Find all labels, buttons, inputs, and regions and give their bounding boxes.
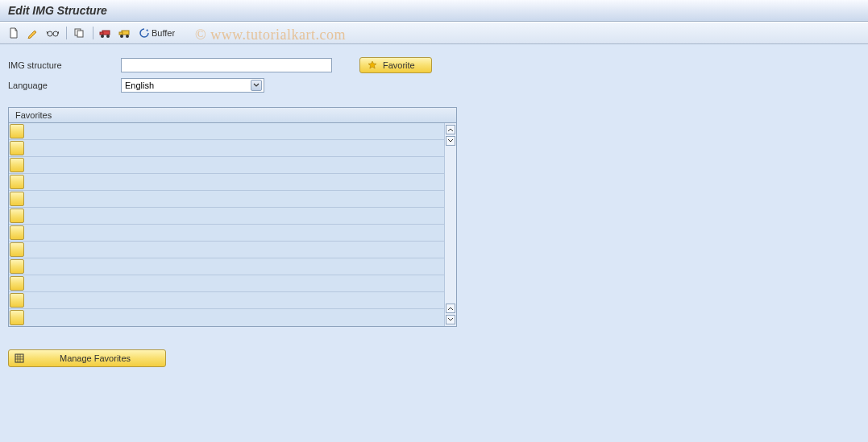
manage-favorites-icon [14, 353, 25, 364]
favorites-row-content[interactable] [24, 208, 444, 224]
display-glasses-icon[interactable] [44, 25, 61, 41]
favorites-row-button[interactable] [10, 158, 24, 172]
svg-point-7 [106, 35, 110, 38]
copy-icon[interactable] [70, 25, 88, 41]
scroll-down-icon[interactable] [446, 315, 455, 324]
favorites-row [9, 275, 444, 292]
edit-pencil-icon[interactable] [24, 25, 42, 41]
favorites-row-button[interactable] [10, 293, 24, 308]
svg-point-10 [120, 35, 123, 38]
favorites-row-button[interactable] [10, 242, 24, 257]
favorites-row-content[interactable] [24, 157, 444, 173]
favorites-list [9, 123, 444, 326]
toolbar-separator [93, 27, 93, 39]
scroll-down-icon[interactable] [446, 136, 455, 146]
favorites-row [9, 225, 444, 242]
svg-point-6 [101, 35, 104, 38]
favorites-row-content[interactable] [24, 275, 444, 291]
favorites-row-button[interactable] [10, 141, 24, 155]
buffer-label[interactable]: Buffer [152, 28, 175, 38]
transport-request-red-icon[interactable] [97, 25, 114, 41]
svg-point-0 [48, 31, 52, 36]
favorites-scrollbar [444, 123, 456, 326]
favorites-row [9, 123, 444, 140]
favorites-row-content[interactable] [24, 123, 444, 139]
img-structure-label: IMG structure [8, 60, 121, 70]
favorites-row-button[interactable] [10, 192, 24, 206]
title-bar: Edit IMG Structure [0, 0, 868, 22]
favorites-row-button[interactable] [10, 225, 24, 240]
favorites-row-button[interactable] [10, 276, 24, 291]
favorites-row [9, 208, 444, 225]
favorites-header: Favorites [9, 108, 456, 123]
favorites-row-content[interactable] [24, 174, 444, 190]
svg-rect-9 [119, 32, 123, 35]
favorites-body [9, 123, 456, 326]
toolbar-separator [66, 27, 67, 39]
manage-favorites-button[interactable]: Manage Favorites [8, 349, 166, 367]
svg-rect-5 [100, 32, 103, 35]
favorites-row [9, 292, 444, 309]
language-label: Language [8, 81, 121, 90]
favorites-row [9, 309, 444, 326]
dropdown-caret-icon [251, 80, 262, 91]
language-select[interactable]: English [121, 78, 264, 93]
svg-rect-3 [77, 31, 83, 37]
svg-point-11 [126, 35, 129, 38]
page-title: Edit IMG Structure [8, 4, 107, 17]
favorites-row [9, 174, 444, 191]
favorites-panel: Favorites [8, 107, 457, 327]
favorite-star-icon [367, 60, 378, 71]
favorites-row-button[interactable] [10, 209, 24, 223]
favorites-row-content[interactable] [24, 140, 444, 156]
favorites-row [9, 140, 444, 157]
svg-point-1 [53, 31, 58, 36]
favorites-row-content[interactable] [24, 242, 444, 258]
favorites-row-content[interactable] [24, 258, 444, 275]
favorites-row-content[interactable] [24, 309, 444, 326]
scroll-up-icon[interactable] [446, 304, 455, 313]
img-structure-row: IMG structure Favorite [8, 57, 860, 73]
favorites-row [9, 191, 444, 208]
img-structure-input[interactable] [121, 58, 332, 72]
toolbar: Buffer [0, 22, 868, 44]
scroll-up-icon[interactable] [446, 125, 455, 134]
manage-favorites-label: Manage Favorites [30, 353, 160, 363]
favorite-button[interactable]: Favorite [359, 57, 432, 73]
favorites-row [9, 258, 444, 275]
favorites-row-content[interactable] [24, 191, 444, 207]
language-select-value: English [125, 81, 154, 90]
favorites-row-button[interactable] [10, 310, 24, 325]
favorites-row-content[interactable] [24, 292, 444, 308]
favorites-row-button[interactable] [10, 259, 24, 274]
favorites-row [9, 157, 444, 174]
favorites-row-button[interactable] [10, 175, 24, 189]
favorites-row-button[interactable] [10, 124, 24, 138]
transport-request-yellow-icon[interactable] [116, 25, 134, 41]
language-row: Language English [8, 78, 860, 93]
favorite-button-label: Favorite [383, 60, 415, 70]
favorites-row-content[interactable] [24, 225, 444, 241]
buffer-refresh-icon[interactable] [135, 25, 153, 41]
content-area: IMG structure Favorite Language English … [0, 44, 868, 442]
new-document-icon[interactable] [5, 25, 23, 41]
favorites-row [9, 242, 444, 258]
svg-rect-12 [15, 354, 23, 362]
